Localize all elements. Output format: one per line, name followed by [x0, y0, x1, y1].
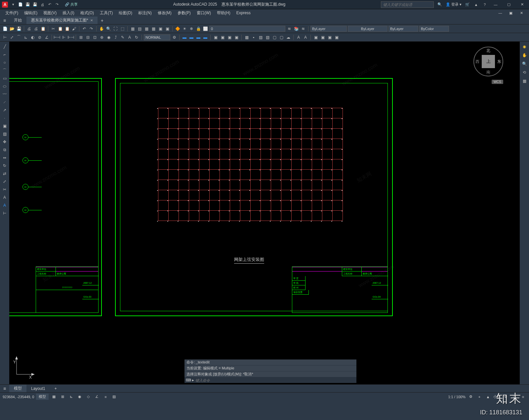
redo-icon[interactable]: ↷ [54, 2, 60, 7]
extra4-icon[interactable]: ▣ [334, 34, 340, 40]
plot-icon[interactable]: 🖨 [40, 2, 45, 7]
maximize-button[interactable]: ▢ [504, 1, 514, 8]
polar-toggle-icon[interactable]: ◉ [76, 394, 83, 400]
menu-edit[interactable]: 编辑(E) [21, 10, 40, 17]
layer-state-icon[interactable]: ≋ [300, 26, 306, 32]
new-icon[interactable]: ▾ [11, 2, 16, 7]
otrack-toggle-icon[interactable]: ∠ [94, 394, 100, 400]
mtext-icon[interactable]: A [303, 34, 308, 40]
gear-icon[interactable]: ⚙ [468, 394, 474, 400]
hatch2-icon[interactable]: ▨ [2, 131, 8, 137]
extra3-icon[interactable]: ▣ [327, 34, 333, 40]
field-icon[interactable]: ▣ [233, 34, 239, 40]
gradient-icon[interactable]: ▧ [264, 34, 270, 40]
open-file-icon[interactable]: 📂 [9, 26, 15, 32]
jog-icon[interactable]: ⤴ [113, 34, 119, 40]
tab-layout1[interactable]: Layout1 [26, 385, 50, 392]
scale-icon[interactable]: ⤢ [2, 179, 8, 185]
dim2-icon[interactable]: ⊢ [2, 210, 8, 216]
save-file-icon[interactable]: 💾 [16, 26, 22, 32]
extra1-icon[interactable]: ▣ [313, 34, 319, 40]
lineweight-toggle-icon[interactable]: ≡ [102, 394, 109, 400]
dim-space-icon[interactable]: ⊞ [78, 34, 84, 40]
dim-arc-icon[interactable]: ⌒ [16, 34, 22, 40]
view-cube[interactable]: 北 南 东 西 上 [473, 47, 503, 76]
dim-quick-icon[interactable]: ⊢⊣ [54, 34, 60, 40]
dim-linear-icon[interactable]: ⊢ [2, 34, 8, 40]
color-dropdown[interactable] [310, 26, 347, 32]
dimstyle-mgr-icon[interactable]: ⚙ [171, 34, 177, 40]
win1-icon[interactable]: ▬ [182, 34, 187, 40]
search-icon[interactable]: 🔍 [437, 2, 442, 7]
point-icon[interactable]: ▪ [251, 34, 257, 40]
dim-ordinate-icon[interactable]: ⊾ [23, 34, 29, 40]
command-window[interactable]: 命令: _textedit 当前设置: 编辑模式 = Multiple 选择注释… [184, 359, 356, 383]
sun-icon[interactable]: ☀ [182, 26, 187, 32]
tab-document[interactable]: 惠东某学校教师公寓网架施工图* ✕ [26, 17, 98, 24]
tab-start[interactable]: 开始 [9, 17, 26, 24]
polyline-icon[interactable]: ⌐ [2, 52, 8, 58]
menu-draw[interactable]: 绘图(D) [116, 10, 135, 17]
spline-icon[interactable]: 〰 [2, 91, 8, 97]
dc-icon[interactable]: ▦ [150, 26, 156, 32]
markup-icon[interactable]: ▣ [164, 26, 170, 32]
paste-icon[interactable]: 📋 [64, 26, 70, 32]
nav-zoom-icon[interactable]: 🔍 [521, 61, 527, 67]
login-button[interactable]: 👤 登录 ▾ [446, 2, 462, 7]
dim-edit-icon[interactable]: ✎ [120, 34, 126, 40]
rotate-icon[interactable]: ↻ [2, 163, 8, 169]
menu-dimension[interactable]: 标注(N) [136, 10, 154, 17]
win2-icon[interactable]: ▬ [188, 34, 194, 40]
cut-icon[interactable]: ✂ [50, 26, 56, 32]
preview-icon[interactable]: 🖨 [33, 26, 39, 32]
text2-icon[interactable]: A [2, 194, 8, 200]
tool-palette-icon[interactable]: ▦ [143, 26, 149, 32]
annotation-icon[interactable]: ▲ [485, 394, 491, 400]
properties-icon[interactable]: ▦ [130, 26, 136, 32]
block-icon[interactable]: ▣ [157, 26, 163, 32]
circle-icon[interactable]: ○ [2, 60, 8, 65]
dim-radius-icon[interactable]: ◐ [30, 34, 36, 40]
menu-modify[interactable]: 修改(M) [155, 10, 174, 17]
plus-icon[interactable]: + [476, 394, 483, 400]
copy-icon[interactable]: 📋 [57, 26, 63, 32]
apps-icon[interactable]: ▲ [473, 2, 479, 7]
match-icon[interactable]: 🖌 [71, 26, 77, 32]
tab-add-layout[interactable]: + [50, 385, 61, 392]
zoom-extents-icon[interactable]: ⬚ [119, 26, 125, 32]
menu-help[interactable]: 帮助(H) [214, 10, 233, 17]
viewcube-north[interactable]: 北 [486, 48, 490, 54]
layout-menu-icon[interactable]: ≡ [0, 386, 9, 391]
tab-close-icon[interactable]: ✕ [90, 19, 93, 22]
viewcube-south[interactable]: 南 [486, 69, 490, 75]
wipeout-icon[interactable]: ▢ [278, 34, 284, 40]
doc-restore-button[interactable]: ▣ [506, 10, 516, 16]
arc-icon[interactable]: ⌒ [2, 67, 8, 73]
insert-icon[interactable]: ▣ [213, 34, 219, 40]
nav-orbit-icon[interactable]: ⟲ [521, 69, 527, 75]
mtext2-icon[interactable]: A [2, 202, 8, 208]
menu-window[interactable]: 窗口(W) [194, 10, 214, 17]
dim-update-icon[interactable]: ↻ [134, 34, 140, 40]
xline-icon[interactable]: ⟋ [2, 99, 8, 105]
new-file-icon[interactable]: 📄 [2, 26, 8, 32]
win4-icon[interactable]: ▬ [202, 34, 208, 40]
zoom-icon[interactable]: 🔍 [105, 26, 111, 32]
nav-wheel-icon[interactable]: ◉ [521, 44, 527, 50]
table-icon[interactable]: ▦ [244, 34, 250, 40]
revision-icon[interactable]: ☁ [285, 34, 291, 40]
nav-pan-icon[interactable]: ✋ [521, 52, 527, 58]
app-logo-icon[interactable]: A [2, 2, 8, 8]
share-button[interactable]: 🔗 共享 [65, 2, 78, 7]
ellipse-icon[interactable]: ⬭ [2, 83, 8, 89]
viewcube-east[interactable]: 东 [497, 59, 501, 64]
ortho-toggle-icon[interactable]: ⊾ [68, 394, 74, 400]
freeze-icon[interactable]: ❄ [188, 26, 194, 32]
drawing-canvas[interactable]: www.znzmo.com www.znzmo.com www.znzmo.co… [9, 42, 520, 384]
tab-add-button[interactable]: + [98, 17, 107, 24]
model-space-button[interactable]: 模型 [36, 394, 49, 400]
snap-toggle-icon[interactable]: ⊞ [59, 394, 66, 400]
doc-close-button[interactable]: ✕ [516, 10, 526, 16]
doc-minimize-button[interactable]: — [495, 10, 505, 16]
linetype-dropdown[interactable] [388, 26, 418, 32]
